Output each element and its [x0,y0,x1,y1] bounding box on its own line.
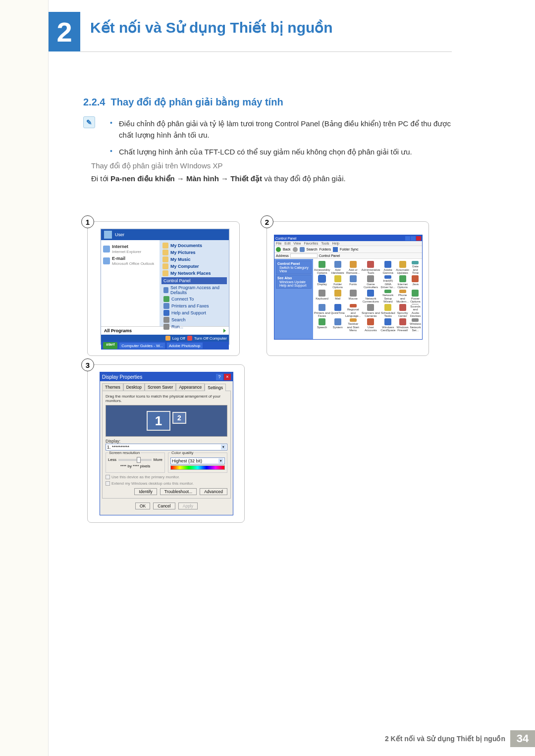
start-menu-right-subitem[interactable]: Help and Support [161,309,227,316]
control-panel-item[interactable]: Intel(R) GMA Driver for... [380,275,395,289]
maximize-icon[interactable] [411,236,416,241]
control-panel-item[interactable]: Add Hardware [330,261,344,275]
control-panel-item[interactable]: Internet Options [396,275,409,289]
cancel-button[interactable]: Cancel [153,503,175,509]
start-menu-right-subitem[interactable]: Connect To [161,296,227,302]
control-panel-item[interactable]: Regional and Language... [345,304,361,318]
control-panel-item[interactable]: Add or Remove... [345,261,361,275]
shutdown-button[interactable]: Turn Off Computer [194,336,227,341]
tab-desktop[interactable]: Desktop [123,383,145,391]
menu-item[interactable]: Help [332,242,339,245]
ok-button[interactable]: OK [135,503,150,509]
resolution-value: **** by **** pixels [108,464,162,468]
start-menu-right-item[interactable]: My Computer [161,263,227,270]
control-panel-item[interactable]: Accessibility Options [314,261,330,275]
menu-item[interactable]: View [293,242,301,245]
views-icon[interactable] [333,247,338,252]
control-panel-item[interactable]: Network Setup Wizard [380,290,395,303]
help-support-link[interactable]: Help and Support [277,284,310,287]
control-panel-item[interactable]: Java [410,275,421,289]
settings-button-row: Identify Troubleshoot... Advanced [106,488,227,495]
start-menu-right-subitem[interactable]: Set Program Access and Defaults [161,285,227,296]
close-icon[interactable] [416,236,421,241]
monitor-1[interactable]: 1 [147,411,170,431]
control-panel-item[interactable]: Power Options [410,290,421,303]
control-panel-item[interactable]: Keyboard [314,290,330,303]
up-icon[interactable] [300,247,305,252]
menu-item[interactable]: Favorites [304,242,318,245]
control-panel-item[interactable]: Folder Options [330,275,344,289]
control-panel-item[interactable]: Security Center [396,304,409,318]
control-panel-item[interactable]: System [330,318,344,332]
control-panel-item[interactable]: QuickTime [330,304,344,318]
control-panel-item[interactable]: Network Connections [362,290,380,303]
minimize-icon[interactable] [405,236,410,241]
start-menu-left-item[interactable]: E-mailMicrosoft Office Outlook [103,255,158,267]
control-panel-item[interactable]: Display [314,275,330,289]
monitor-2[interactable]: 2 [172,412,186,424]
folders-button[interactable]: Folders [320,248,331,251]
control-panel-item[interactable]: Fonts [345,275,361,289]
control-panel-item[interactable]: Scanners and Cameras [362,304,380,318]
control-panel-item[interactable]: Scheduled Tasks [380,304,395,318]
control-panel-item[interactable]: Wireless Network Set... [410,318,421,332]
control-panel-item[interactable]: Automatic Updates [396,261,409,275]
tab-appearance[interactable]: Appearance [176,383,205,391]
start-menu-left-item[interactable]: InternetInternet Explorer [103,243,158,255]
control-panel-item[interactable]: Mail [330,290,344,303]
start-menu-right-item[interactable]: My Pictures [161,249,227,256]
monitor-arrangement[interactable]: 1 2 [106,405,227,437]
control-panel-item[interactable]: Speech [314,318,330,332]
apply-button[interactable]: Apply [178,503,198,509]
control-panel-item[interactable]: Administrative Tools [362,261,380,275]
start-menu-right-subitem[interactable]: Run... [161,323,227,330]
instruction-line: Đi tới Pa-nen điều khiển → Màn hình → Th… [91,174,346,183]
start-menu-right-item[interactable]: My Music [161,256,227,263]
start-menu-right-subitem[interactable]: Printers and Faxes [161,302,227,309]
tab-themes[interactable]: Themes [102,383,123,391]
control-panel-item[interactable]: Date and Time [410,261,421,275]
logoff-button[interactable]: Log Off [172,336,185,341]
back-icon[interactable] [276,247,281,252]
start-menu-right-subitem[interactable]: Search [161,316,227,323]
switch-view-link[interactable]: Switch to Category View [277,266,310,273]
close-icon[interactable]: × [224,374,231,380]
control-panel-item[interactable]: Windows Firewall [396,318,409,332]
control-panel-item[interactable]: Phone and Modem... [396,290,409,303]
logoff-icon [165,336,170,341]
menu-item[interactable]: File [276,242,281,245]
identify-button[interactable]: Identify [134,488,157,495]
color-quality-select[interactable]: Highest (32 bit)▾ [170,457,225,464]
forward-icon[interactable] [293,247,298,252]
tab-settings[interactable]: Settings [205,384,226,391]
start-menu-right-item[interactable]: My Documents [161,242,227,249]
menu-item[interactable]: Edit [284,242,290,245]
display-select[interactable]: 1. **********▾ [106,444,227,451]
control-panel-item[interactable]: Adobe Gamma [380,261,395,275]
help-icon[interactable]: ? [216,374,223,380]
control-panel-grid: Accessibility OptionsAdd HardwareAdd or … [313,259,422,339]
advanced-button[interactable]: Advanced [200,488,227,495]
start-menu-right-item[interactable]: My Network Places [161,270,227,277]
start-button[interactable]: start [103,342,117,349]
taskbar-item[interactable]: Computer Guides - W... [119,343,165,349]
search-button[interactable]: Search [307,248,318,251]
taskbar-item[interactable]: Adobe Photoshop [167,343,203,349]
control-panel-item[interactable]: Game Controllers [362,275,380,289]
menu-item[interactable]: Tools [321,242,329,245]
control-panel-menu-item[interactable]: Control Panel [161,277,227,284]
control-panel-item[interactable]: Printers and Faxes [314,304,330,318]
address-input[interactable] [290,253,318,258]
control-panel-item[interactable]: Taskbar and Start Menu [345,318,361,332]
control-panel-item[interactable]: Mouse [345,290,361,303]
troubleshoot-button[interactable]: Troubleshoot... [160,488,197,495]
control-panel-item[interactable]: User Accounts [362,318,380,332]
dialog-footer-buttons: OK Cancel Apply [100,501,233,511]
menu-icon [163,303,169,309]
tab-screen-saver[interactable]: Screen Saver [145,383,176,391]
windows-update-link[interactable]: Windows Update [277,280,310,284]
control-panel-item[interactable]: Sounds and Audio Devices [410,304,421,318]
foldersync-button[interactable]: Folder Sync [340,248,358,251]
control-panel-item[interactable]: Windows CardSpace [380,318,395,332]
resolution-slider[interactable] [118,459,152,461]
